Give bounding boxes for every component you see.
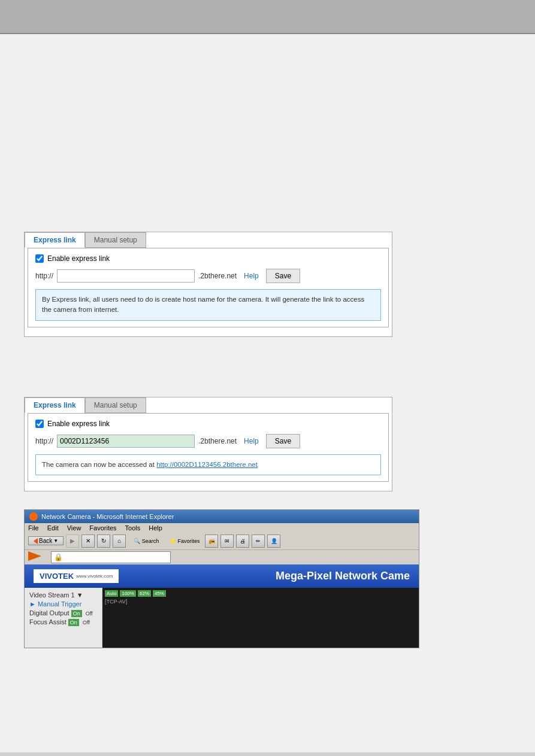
camera-body: Video Stream 1 ▼ ► Manual Trigger Digita… (25, 588, 419, 648)
enable-row-1: Enable express link (35, 254, 381, 263)
status-62: 62% (138, 590, 151, 597)
express-link-panel-2: Express link Manual setup Enable express… (24, 397, 392, 491)
tab-bar-2: Express link Manual setup (25, 397, 392, 413)
enable-label-1: Enable express link (47, 254, 110, 263)
hostname-input-2[interactable] (57, 435, 195, 448)
tab-express-1[interactable]: Express link (25, 232, 85, 248)
menu-tools[interactable]: Tools (125, 524, 141, 532)
help-link-1[interactable]: Help (244, 272, 259, 280)
url-row-2: http:// .2bthere.net Help Save (35, 434, 381, 448)
focus-off-btn[interactable]: Off (81, 619, 92, 626)
search-button[interactable]: 🔍 Search (128, 535, 164, 548)
vivotek-logo: VIVOTEK www.vivotek.com (34, 569, 119, 583)
ie-icon (29, 512, 38, 521)
stop-button[interactable]: ✕ (81, 535, 95, 548)
menu-favorites[interactable]: Favorites (89, 524, 116, 532)
express-link-panel-1: Express link Manual setup Enable express… (24, 232, 392, 337)
browser-title: Network Camera - Microsoft Internet Expl… (41, 513, 174, 520)
forward-button[interactable]: ▶ (66, 535, 79, 548)
tab-manual-1[interactable]: Manual setup (85, 232, 146, 248)
enable-label-2: Enable express link (47, 420, 110, 428)
hostname-input-1[interactable] (57, 269, 195, 283)
digital-on-btn[interactable]: On (71, 610, 82, 617)
save-button-1[interactable]: Save (266, 269, 300, 283)
domain-label-2: .2bthere.net (198, 437, 237, 445)
status-100: 100% (120, 590, 135, 597)
enable-row-2: Enable express link (35, 420, 381, 428)
back-button[interactable]: Back ▼ (28, 536, 64, 545)
home-button[interactable]: ⌂ (113, 535, 126, 548)
digital-off-btn[interactable]: Off (84, 610, 95, 617)
browser-titlebar: Network Camera - Microsoft Internet Expl… (25, 510, 419, 523)
orange-arrow-icon (28, 551, 46, 561)
arrow-indicator-container (28, 551, 46, 563)
info-text-1: By Express link, all users need to do is… (42, 296, 364, 313)
tab-manual-2[interactable]: Manual setup (85, 397, 146, 413)
top-bar (0, 0, 535, 33)
print-button[interactable]: 🖨 (236, 535, 249, 548)
panel-body-2: Enable express link http:// .2bthere.net… (28, 413, 389, 482)
camera-video-area: Auto 100% 62% 45% [TCP-AV] (102, 588, 419, 648)
browser-screenshot: Network Camera - Microsoft Internet Expl… (24, 509, 419, 648)
menu-view[interactable]: View (67, 524, 81, 532)
browser-menubar: File Edit View Favorites Tools Help (25, 523, 419, 533)
http-label-2: http:// (35, 437, 53, 445)
main-content: Express link Manual setup Enable express… (0, 34, 535, 752)
tcp-av-label: [TCP-AV] (105, 599, 416, 605)
mid-spacer (24, 355, 511, 379)
back-chevron: ▼ (53, 538, 58, 544)
menu-edit[interactable]: Edit (47, 524, 59, 532)
success-prefix: The camera can now be accessed at (42, 461, 156, 468)
http-label-1: http:// (35, 272, 53, 280)
top-spacer (24, 46, 511, 214)
status-auto: Auto (105, 590, 118, 597)
refresh-button[interactable]: ↻ (97, 535, 110, 548)
sidebar-video-stream[interactable]: Video Stream 1 ▼ (29, 591, 97, 599)
address-bar[interactable]: 🔒 (51, 551, 171, 563)
camera-page: VIVOTEK www.vivotek.com Mega-Pixel Netwo… (25, 564, 419, 648)
enable-checkbox-1[interactable] (35, 254, 44, 263)
sidebar-digital-output: Digital Output On Off (29, 609, 97, 617)
info-box-1: By Express link, all users need to do is… (35, 289, 381, 321)
tab-bar-1: Express link Manual setup (25, 232, 392, 248)
mail-button[interactable]: ✉ (220, 535, 234, 548)
sidebar-focus-assist: Focus Assist On Off (29, 618, 97, 626)
success-link[interactable]: http://0002D1123456.2bthere.net (156, 461, 258, 468)
sidebar-manual-trigger[interactable]: ► Manual Trigger (29, 600, 97, 608)
address-lock-icon: 🔒 (54, 553, 63, 561)
help-link-2[interactable]: Help (244, 437, 259, 445)
favorites-button[interactable]: ⭐ Favorites (167, 535, 202, 548)
panel-body-1: Enable express link http:// .2bthere.net… (28, 248, 389, 327)
back-arrow-icon (34, 538, 38, 544)
success-box: The camera can now be accessed at http:/… (35, 454, 381, 475)
messenger-button[interactable]: 👤 (267, 535, 280, 548)
save-button-2[interactable]: Save (266, 434, 300, 448)
domain-label-1: .2bthere.net (198, 272, 237, 280)
back-label: Back (39, 538, 52, 544)
status-45: 45% (153, 590, 166, 597)
url-row-1: http:// .2bthere.net Help Save (35, 269, 381, 283)
enable-checkbox-2[interactable] (35, 420, 44, 428)
menu-help[interactable]: Help (149, 524, 162, 532)
camera-sidebar: Video Stream 1 ▼ ► Manual Trigger Digita… (25, 588, 102, 648)
browser-toolbar: Back ▼ ▶ ✕ ↻ ⌂ 🔍 Search ⭐ Favorites 📻 ✉ … (25, 533, 419, 550)
menu-file[interactable]: File (28, 524, 39, 532)
vivotek-logo-text: VIVOTEK (40, 572, 74, 581)
tab-express-2[interactable]: Express link (25, 397, 85, 413)
camera-header: VIVOTEK www.vivotek.com Mega-Pixel Netwo… (25, 564, 419, 588)
video-overlay: Auto 100% 62% 45% [TCP-AV] (105, 590, 416, 605)
camera-title: Mega-Pixel Network Came (276, 570, 410, 582)
address-bar-row: 🔒 (25, 550, 419, 564)
focus-on-btn[interactable]: On (68, 619, 79, 626)
media-button[interactable]: 📻 (205, 535, 218, 548)
vivotek-subtext: www.vivotek.com (76, 573, 113, 579)
svg-marker-0 (28, 551, 41, 561)
edit-button[interactable]: ✏ (252, 535, 265, 548)
status-indicators: Auto 100% 62% 45% (105, 590, 416, 597)
